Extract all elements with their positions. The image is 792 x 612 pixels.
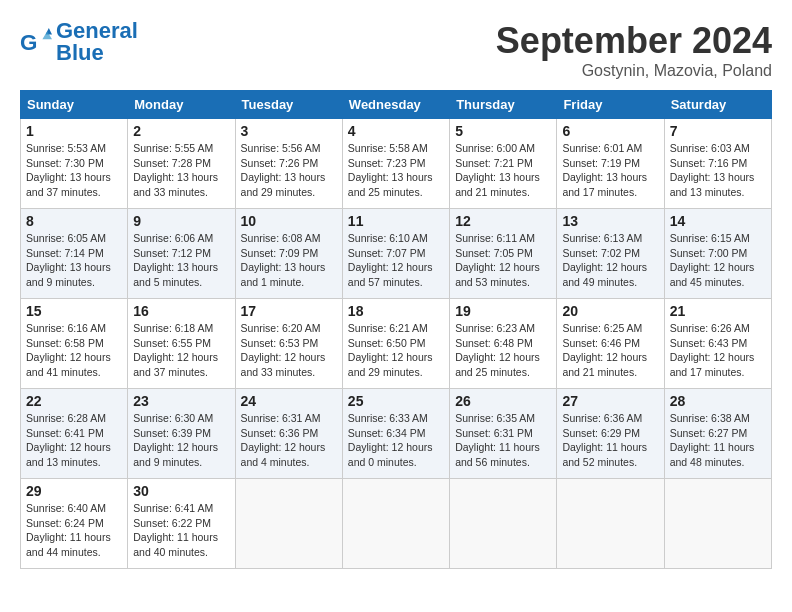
day-info: Sunrise: 6:13 AM Sunset: 7:02 PM Dayligh…	[562, 231, 658, 290]
calendar-cell	[557, 479, 664, 569]
day-number: 18	[348, 303, 444, 319]
week-row-4: 22Sunrise: 6:28 AM Sunset: 6:41 PM Dayli…	[21, 389, 772, 479]
day-number: 13	[562, 213, 658, 229]
day-number: 25	[348, 393, 444, 409]
day-info: Sunrise: 6:00 AM Sunset: 7:21 PM Dayligh…	[455, 141, 551, 200]
calendar-cell: 5Sunrise: 6:00 AM Sunset: 7:21 PM Daylig…	[450, 119, 557, 209]
calendar-cell: 3Sunrise: 5:56 AM Sunset: 7:26 PM Daylig…	[235, 119, 342, 209]
day-number: 30	[133, 483, 229, 499]
day-number: 27	[562, 393, 658, 409]
day-info: Sunrise: 6:20 AM Sunset: 6:53 PM Dayligh…	[241, 321, 337, 380]
weekday-monday: Monday	[128, 91, 235, 119]
day-info: Sunrise: 5:56 AM Sunset: 7:26 PM Dayligh…	[241, 141, 337, 200]
calendar-cell: 20Sunrise: 6:25 AM Sunset: 6:46 PM Dayli…	[557, 299, 664, 389]
day-info: Sunrise: 6:08 AM Sunset: 7:09 PM Dayligh…	[241, 231, 337, 290]
day-number: 6	[562, 123, 658, 139]
day-number: 21	[670, 303, 766, 319]
day-info: Sunrise: 6:06 AM Sunset: 7:12 PM Dayligh…	[133, 231, 229, 290]
day-info: Sunrise: 6:21 AM Sunset: 6:50 PM Dayligh…	[348, 321, 444, 380]
day-info: Sunrise: 5:55 AM Sunset: 7:28 PM Dayligh…	[133, 141, 229, 200]
day-number: 10	[241, 213, 337, 229]
day-info: Sunrise: 6:18 AM Sunset: 6:55 PM Dayligh…	[133, 321, 229, 380]
day-number: 4	[348, 123, 444, 139]
calendar-cell: 4Sunrise: 5:58 AM Sunset: 7:23 PM Daylig…	[342, 119, 449, 209]
calendar-cell: 29Sunrise: 6:40 AM Sunset: 6:24 PM Dayli…	[21, 479, 128, 569]
day-number: 29	[26, 483, 122, 499]
calendar-cell: 1Sunrise: 5:53 AM Sunset: 7:30 PM Daylig…	[21, 119, 128, 209]
calendar-cell: 30Sunrise: 6:41 AM Sunset: 6:22 PM Dayli…	[128, 479, 235, 569]
svg-text:G: G	[20, 30, 37, 55]
month-title: September 2024	[496, 20, 772, 62]
calendar-cell: 10Sunrise: 6:08 AM Sunset: 7:09 PM Dayli…	[235, 209, 342, 299]
day-number: 17	[241, 303, 337, 319]
calendar-cell: 22Sunrise: 6:28 AM Sunset: 6:41 PM Dayli…	[21, 389, 128, 479]
day-number: 3	[241, 123, 337, 139]
day-number: 12	[455, 213, 551, 229]
day-number: 23	[133, 393, 229, 409]
calendar-cell: 2Sunrise: 5:55 AM Sunset: 7:28 PM Daylig…	[128, 119, 235, 209]
calendar-cell: 25Sunrise: 6:33 AM Sunset: 6:34 PM Dayli…	[342, 389, 449, 479]
day-info: Sunrise: 6:11 AM Sunset: 7:05 PM Dayligh…	[455, 231, 551, 290]
day-info: Sunrise: 6:41 AM Sunset: 6:22 PM Dayligh…	[133, 501, 229, 560]
calendar-body: 1Sunrise: 5:53 AM Sunset: 7:30 PM Daylig…	[21, 119, 772, 569]
title-block: September 2024 Gostynin, Mazovia, Poland	[496, 20, 772, 80]
calendar-cell: 24Sunrise: 6:31 AM Sunset: 6:36 PM Dayli…	[235, 389, 342, 479]
calendar-cell: 13Sunrise: 6:13 AM Sunset: 7:02 PM Dayli…	[557, 209, 664, 299]
calendar-cell	[450, 479, 557, 569]
calendar-cell: 18Sunrise: 6:21 AM Sunset: 6:50 PM Dayli…	[342, 299, 449, 389]
calendar-cell: 7Sunrise: 6:03 AM Sunset: 7:16 PM Daylig…	[664, 119, 771, 209]
day-number: 15	[26, 303, 122, 319]
day-info: Sunrise: 6:23 AM Sunset: 6:48 PM Dayligh…	[455, 321, 551, 380]
calendar-cell: 16Sunrise: 6:18 AM Sunset: 6:55 PM Dayli…	[128, 299, 235, 389]
week-row-5: 29Sunrise: 6:40 AM Sunset: 6:24 PM Dayli…	[21, 479, 772, 569]
day-number: 8	[26, 213, 122, 229]
day-number: 5	[455, 123, 551, 139]
day-info: Sunrise: 6:10 AM Sunset: 7:07 PM Dayligh…	[348, 231, 444, 290]
weekday-sunday: Sunday	[21, 91, 128, 119]
calendar-cell: 21Sunrise: 6:26 AM Sunset: 6:43 PM Dayli…	[664, 299, 771, 389]
day-info: Sunrise: 6:30 AM Sunset: 6:39 PM Dayligh…	[133, 411, 229, 470]
day-info: Sunrise: 6:28 AM Sunset: 6:41 PM Dayligh…	[26, 411, 122, 470]
day-info: Sunrise: 5:53 AM Sunset: 7:30 PM Dayligh…	[26, 141, 122, 200]
calendar-cell	[235, 479, 342, 569]
day-number: 22	[26, 393, 122, 409]
calendar-table: SundayMondayTuesdayWednesdayThursdayFrid…	[20, 90, 772, 569]
weekday-saturday: Saturday	[664, 91, 771, 119]
day-number: 11	[348, 213, 444, 229]
day-info: Sunrise: 5:58 AM Sunset: 7:23 PM Dayligh…	[348, 141, 444, 200]
day-number: 2	[133, 123, 229, 139]
calendar-cell: 8Sunrise: 6:05 AM Sunset: 7:14 PM Daylig…	[21, 209, 128, 299]
calendar-cell: 6Sunrise: 6:01 AM Sunset: 7:19 PM Daylig…	[557, 119, 664, 209]
calendar-cell: 15Sunrise: 6:16 AM Sunset: 6:58 PM Dayli…	[21, 299, 128, 389]
day-number: 26	[455, 393, 551, 409]
day-info: Sunrise: 6:05 AM Sunset: 7:14 PM Dayligh…	[26, 231, 122, 290]
week-row-3: 15Sunrise: 6:16 AM Sunset: 6:58 PM Dayli…	[21, 299, 772, 389]
calendar-cell	[664, 479, 771, 569]
day-number: 16	[133, 303, 229, 319]
calendar-cell: 23Sunrise: 6:30 AM Sunset: 6:39 PM Dayli…	[128, 389, 235, 479]
day-number: 20	[562, 303, 658, 319]
day-number: 24	[241, 393, 337, 409]
day-number: 28	[670, 393, 766, 409]
logo-icon: G	[20, 28, 52, 56]
day-info: Sunrise: 6:31 AM Sunset: 6:36 PM Dayligh…	[241, 411, 337, 470]
logo: G General Blue	[20, 20, 138, 64]
weekday-tuesday: Tuesday	[235, 91, 342, 119]
logo-text: General Blue	[56, 20, 138, 64]
page-header: G General Blue September 2024 Gostynin, …	[20, 20, 772, 80]
day-info: Sunrise: 6:38 AM Sunset: 6:27 PM Dayligh…	[670, 411, 766, 470]
calendar-cell: 27Sunrise: 6:36 AM Sunset: 6:29 PM Dayli…	[557, 389, 664, 479]
calendar-cell: 12Sunrise: 6:11 AM Sunset: 7:05 PM Dayli…	[450, 209, 557, 299]
weekday-friday: Friday	[557, 91, 664, 119]
calendar-cell: 19Sunrise: 6:23 AM Sunset: 6:48 PM Dayli…	[450, 299, 557, 389]
day-info: Sunrise: 6:40 AM Sunset: 6:24 PM Dayligh…	[26, 501, 122, 560]
week-row-2: 8Sunrise: 6:05 AM Sunset: 7:14 PM Daylig…	[21, 209, 772, 299]
calendar-cell: 9Sunrise: 6:06 AM Sunset: 7:12 PM Daylig…	[128, 209, 235, 299]
day-info: Sunrise: 6:16 AM Sunset: 6:58 PM Dayligh…	[26, 321, 122, 380]
day-info: Sunrise: 6:36 AM Sunset: 6:29 PM Dayligh…	[562, 411, 658, 470]
day-number: 7	[670, 123, 766, 139]
location-subtitle: Gostynin, Mazovia, Poland	[496, 62, 772, 80]
calendar-cell: 11Sunrise: 6:10 AM Sunset: 7:07 PM Dayli…	[342, 209, 449, 299]
calendar-cell: 17Sunrise: 6:20 AM Sunset: 6:53 PM Dayli…	[235, 299, 342, 389]
day-number: 19	[455, 303, 551, 319]
